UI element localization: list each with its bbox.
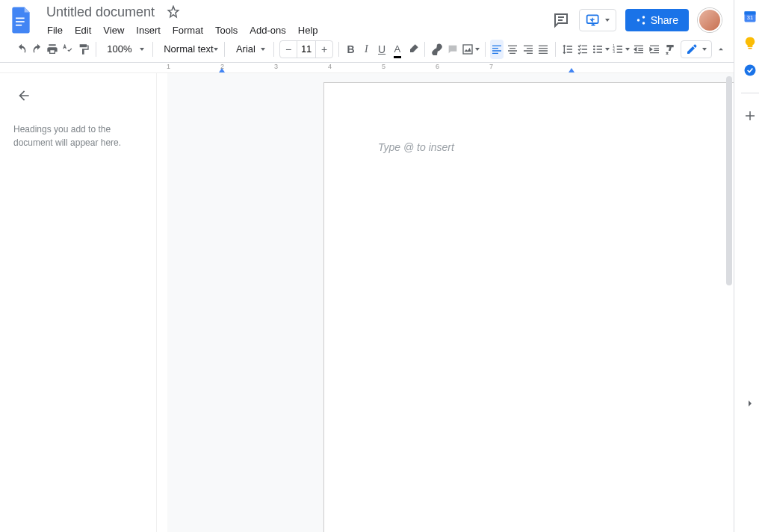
toolbar: 100% Normal text Arial − + B I U A 123 [0, 36, 734, 63]
svg-text:3: 3 [613, 50, 616, 54]
zoom-select[interactable]: 100% [101, 41, 146, 57]
document-page[interactable]: Type @ to insert [323, 82, 734, 532]
align-justify-button[interactable] [536, 40, 550, 59]
svg-rect-0 [16, 18, 25, 19]
clear-formatting-button[interactable] [663, 40, 677, 59]
horizontal-ruler[interactable]: 1 2 3 4 5 6 7 [0, 63, 734, 73]
vertical-scrollbar[interactable] [725, 73, 734, 532]
close-outline-button[interactable] [9, 81, 39, 111]
chevron-down-icon [702, 48, 707, 51]
share-label: Share [651, 14, 678, 26]
svg-rect-16 [748, 48, 752, 49]
tasks-icon[interactable] [743, 63, 758, 78]
font-size-stepper: − + [279, 40, 333, 58]
underline-button[interactable]: U [375, 40, 388, 59]
print-button[interactable] [46, 40, 59, 59]
chevron-down-icon [475, 48, 480, 51]
side-panel: 31 [734, 0, 765, 532]
highlight-color-button[interactable] [406, 40, 420, 59]
svg-point-7 [593, 45, 595, 47]
svg-rect-6 [463, 45, 472, 54]
spellcheck-button[interactable] [61, 40, 75, 59]
insert-link-button[interactable] [430, 40, 444, 59]
hide-side-panel-button[interactable] [744, 398, 756, 412]
chevron-down-icon [605, 48, 610, 51]
chevron-down-icon [214, 48, 218, 51]
decrease-indent-button[interactable] [632, 40, 645, 59]
numbered-list-button[interactable]: 123 [612, 40, 630, 59]
bold-button[interactable]: B [344, 40, 358, 59]
document-canvas: Type @ to insert [157, 73, 734, 532]
checklist-button[interactable] [576, 40, 589, 59]
chevron-down-icon [605, 19, 610, 22]
line-spacing-button[interactable] [561, 40, 574, 59]
document-title[interactable]: Untitled document [42, 3, 159, 22]
chevron-down-icon [625, 48, 630, 51]
insert-image-button[interactable] [462, 40, 480, 59]
svg-text:31: 31 [746, 14, 752, 21]
chevron-down-icon [261, 48, 265, 51]
font-size-input[interactable] [297, 41, 316, 58]
increase-indent-button[interactable] [648, 40, 661, 59]
comment-history-icon[interactable] [552, 11, 570, 29]
font-size-increase[interactable]: + [316, 41, 332, 58]
collapse-toolbar-button[interactable] [714, 40, 728, 59]
add-addon-icon[interactable] [743, 108, 758, 123]
align-left-button[interactable] [490, 40, 504, 59]
svg-rect-2 [16, 25, 22, 26]
star-icon[interactable] [167, 5, 180, 19]
avatar[interactable] [698, 8, 722, 32]
svg-point-8 [593, 48, 595, 50]
editing-mode-button[interactable] [681, 40, 712, 58]
header: Untitled document File Edit View Insert … [0, 0, 734, 36]
italic-button[interactable]: I [360, 40, 374, 59]
bulleted-list-button[interactable] [592, 40, 610, 59]
vertical-ruler[interactable] [157, 73, 167, 532]
outline-empty-text: Headings you add to the document will ap… [0, 118, 156, 149]
undo-button[interactable] [15, 40, 28, 59]
outline-panel: Headings you add to the document will ap… [0, 73, 157, 532]
font-select[interactable]: Arial [230, 41, 269, 57]
paragraph-style-select[interactable]: Normal text [158, 41, 219, 57]
chevron-down-icon [140, 48, 144, 51]
keep-icon[interactable] [743, 36, 758, 51]
svg-rect-1 [16, 21, 25, 22]
text-color-button[interactable]: A [391, 40, 404, 59]
document-placeholder: Type @ to insert [378, 141, 454, 153]
svg-point-17 [744, 65, 755, 76]
svg-point-9 [593, 51, 595, 53]
align-right-button[interactable] [521, 40, 535, 59]
indent-marker-right[interactable] [569, 68, 574, 72]
redo-button[interactable] [31, 40, 44, 59]
share-button[interactable]: Share [625, 9, 689, 31]
paint-format-button[interactable] [77, 40, 90, 59]
calendar-icon[interactable]: 31 [743, 9, 758, 24]
align-center-button[interactable] [506, 40, 519, 59]
present-button[interactable] [579, 9, 616, 31]
add-comment-button[interactable] [446, 40, 459, 59]
docs-logo-icon[interactable] [6, 5, 36, 35]
font-size-decrease[interactable]: − [280, 41, 297, 58]
